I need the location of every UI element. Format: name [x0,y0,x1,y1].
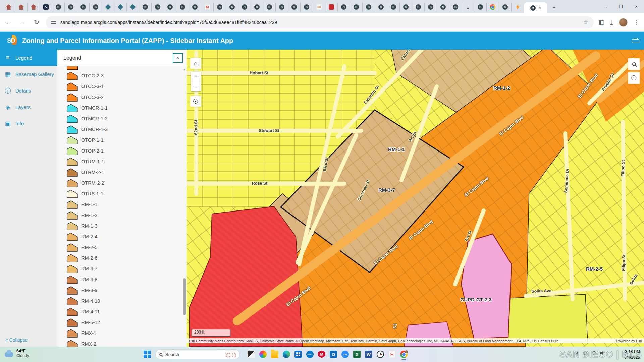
zoom-in-button[interactable]: + [191,72,201,81]
browser-tab[interactable] [15,2,28,12]
browser-tab[interactable] [189,2,201,12]
browser-tab[interactable] [449,2,462,12]
browser-tab[interactable] [127,2,139,12]
powered-by-esri[interactable]: Powered by Esri [616,339,642,343]
taskbar-app-button[interactable]: zm [340,349,350,359]
taskbar-app-button[interactable]: W [364,349,373,359]
browser-tab[interactable] [201,2,214,12]
sidebar-item[interactable]: Basemap Gallery [0,66,57,82]
menu-kebab-icon[interactable]: ⋮ [634,19,639,26]
browser-tab[interactable] [425,2,437,12]
profile-avatar[interactable] [619,18,628,27]
legend-scrollbar[interactable]: ▲ [183,67,186,345]
browser-tab[interactable] [276,2,288,12]
print-icon[interactable] [632,38,639,44]
taskbar-search[interactable]: Search [155,349,240,359]
side-panel-icon[interactable]: ◧ [598,19,604,26]
url-text[interactable]: sandiego.maps.arcgis.com/apps/instant/si… [60,20,277,25]
tab-close-icon[interactable]: × [538,5,541,10]
minimize-button[interactable]: – [598,0,613,13]
browser-tab[interactable] [28,2,40,12]
taskbar-app-button[interactable] [376,349,385,359]
taskbar-app-button[interactable] [282,349,291,359]
browser-tab[interactable] [462,2,474,12]
taskbar-app-button[interactable]: ✂ [387,349,397,359]
browser-tab[interactable] [214,2,226,12]
browser-tab[interactable] [102,2,114,12]
browser-tab[interactable] [90,2,102,12]
browser-tab[interactable] [474,2,487,12]
volume-icon[interactable] [600,351,604,355]
browser-tab[interactable] [40,2,52,12]
browser-tab[interactable] [412,2,425,12]
taskbar-app-button[interactable]: DELL [305,349,315,359]
start-button[interactable] [144,351,151,358]
browser-tab[interactable] [65,2,77,12]
forward-button[interactable]: → [17,17,28,28]
browser-tab[interactable] [499,2,512,12]
close-button[interactable]: × [629,0,644,13]
map-search-button[interactable] [628,58,640,70]
taskbar-app-button[interactable] [258,349,268,359]
taskbar-app-button[interactable] [293,349,303,359]
browser-tab[interactable] [400,2,412,12]
browser-tab[interactable] [512,2,524,12]
browser-tab[interactable] [301,2,313,12]
bookmark-star-icon[interactable]: ☆ [583,19,588,26]
scrollbar-thumb[interactable] [183,278,186,315]
taskbar-app-button[interactable] [270,349,279,359]
network-globe-icon[interactable] [583,351,587,355]
zoom-out-button[interactable]: − [191,81,201,91]
browser-tab[interactable] [387,2,400,12]
sidebar-item[interactable]: Details [0,82,57,99]
browser-tab[interactable] [350,2,363,12]
browser-tab[interactable] [238,2,251,12]
browser-tab[interactable] [3,2,15,12]
browser-tab[interactable] [263,2,276,12]
map[interactable]: Hobart StStewart StRose St62nd St63rd St… [187,50,644,347]
taskbar-app-button[interactable]: O [329,349,338,359]
map-info-button[interactable]: ⓘ [628,72,640,84]
home-button[interactable]: ⌂ [190,58,201,69]
browser-tab[interactable] [139,2,152,12]
locate-button[interactable] [190,96,201,107]
browser-tab[interactable] [52,2,65,12]
taskbar-clock[interactable]: 3:18 PM 6/4/2025 [624,349,640,360]
url-bar[interactable]: sandiego.maps.arcgis.com/apps/instant/si… [46,16,594,28]
browser-tab[interactable] [251,2,263,12]
browser-tab[interactable] [288,2,301,12]
taskbar-app-button[interactable] [247,349,256,359]
sidebar-item[interactable]: Layers [0,99,57,115]
reload-button[interactable]: ↻ [31,17,42,28]
sidebar-item[interactable]: Legend [0,50,57,66]
browser-tab[interactable] [164,2,176,12]
back-button[interactable]: ← [3,17,14,28]
taskbar-app-button[interactable]: X [352,349,362,359]
scroll-up-icon[interactable]: ▲ [183,68,186,71]
browser-tab[interactable] [325,2,338,12]
taskbar-app-button[interactable] [399,349,409,359]
download-icon[interactable]: ↓ [610,20,613,25]
taskbar-app-button[interactable]: M [317,349,326,359]
browser-tab[interactable] [152,2,164,12]
weather-widget[interactable]: 64°F Cloudy [5,348,29,358]
browser-tab[interactable] [375,2,387,12]
site-info-icon[interactable] [51,20,56,24]
browser-tab[interactable] [226,2,238,12]
legend-close-button[interactable]: × [173,53,183,63]
wifi-icon[interactable] [591,351,596,355]
browser-tab[interactable] [77,2,90,12]
collapse-button[interactable]: « Collapse [5,337,28,343]
browser-tab[interactable] [176,2,189,12]
browser-tab[interactable] [313,2,325,12]
browser-tab[interactable] [437,2,449,12]
new-tab-button[interactable]: + [549,3,559,13]
browser-tab[interactable] [338,2,350,12]
browser-tab[interactable] [114,2,127,12]
browser-tab-active[interactable]: × [524,2,547,13]
maximize-button[interactable]: ❐ [613,0,629,13]
sidebar-item[interactable]: Info [0,115,57,132]
browser-tab[interactable] [487,2,499,12]
browser-tab[interactable] [363,2,375,12]
tray-chevron-icon[interactable]: ∧ [576,351,579,355]
